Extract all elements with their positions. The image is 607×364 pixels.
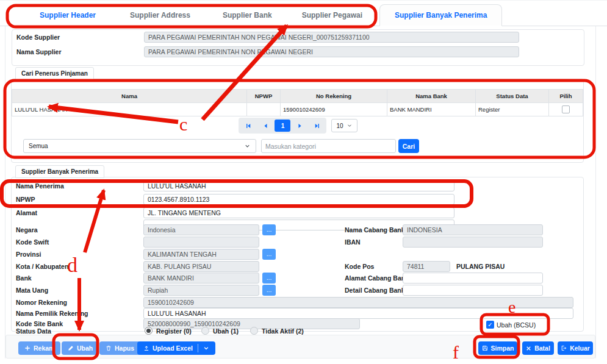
kota-kabupaten-label: Kota / Kabupaten: [16, 263, 68, 270]
cari-button[interactable]: Cari: [398, 139, 419, 153]
nama-pemilik-rekening-label: Nama Pemilik Rekening: [16, 310, 88, 317]
penerus-table: Nama NPWP No Rekening Nama Bank Status D…: [12, 89, 583, 116]
first-page-button[interactable]: [240, 120, 256, 132]
ubah-button[interactable]: Ubah: [62, 341, 99, 355]
iban-field: [403, 237, 543, 248]
button-divider: [198, 344, 198, 352]
exit-icon: [561, 345, 567, 351]
upload-excel-button[interactable]: Upload Excel: [137, 341, 215, 355]
status-tidak-aktif-label: Tidak Aktif (2): [262, 327, 304, 335]
col-header-nama-bank: Nama Bank: [387, 90, 476, 103]
cell-npwp: [247, 103, 281, 116]
last-page-icon: [314, 123, 320, 129]
nama-penerima-label: Nama Penerima: [16, 182, 64, 190]
tab-supplier-bank[interactable]: Supplier Bank: [212, 5, 283, 26]
chevron-down-icon: [244, 143, 251, 149]
nama-cabang-bank-field: [403, 224, 543, 235]
plus-icon: [24, 345, 31, 351]
pilih-checkbox[interactable]: [562, 105, 570, 113]
npwp-field[interactable]: [143, 194, 454, 205]
alamat-label: Alamat: [16, 209, 37, 216]
col-header-status-data: Status Data: [476, 90, 549, 103]
table-row: LULU'UL HASANAH 1590010242609 BANK MANDI…: [12, 103, 583, 116]
bank-label: Bank: [16, 274, 32, 282]
pagination: 1 10: [0, 118, 596, 134]
hapus-button-label: Hapus: [115, 344, 134, 352]
simpan-button-label: Simpan: [491, 344, 514, 352]
nomor-rekening-field: [143, 297, 573, 308]
first-page-icon: [245, 123, 252, 129]
upload-icon: [143, 345, 149, 351]
tab-supplier-header[interactable]: Supplier Header: [29, 5, 107, 26]
pager-group: 1: [239, 118, 326, 134]
status-ubah-radio[interactable]: [201, 327, 209, 335]
upload-excel-button-label: Upload Excel: [153, 344, 193, 352]
alamat-cabang-bank-field[interactable]: [403, 273, 543, 284]
search-filter-select[interactable]: Semua: [23, 139, 256, 153]
negara-lookup-button[interactable]: ...: [262, 224, 276, 235]
cari-penerus-pinjaman-legend: Cari Penerus Pinjaman: [15, 67, 94, 80]
detail-cabang-bank-label: Detail Cabang Bank: [345, 287, 405, 294]
bank-field: [143, 273, 259, 284]
tab-supplier-address[interactable]: Supplier Address: [119, 5, 201, 26]
alamat-field[interactable]: [143, 207, 454, 218]
current-page-button[interactable]: 1: [275, 120, 290, 132]
chevron-down-icon[interactable]: [203, 345, 209, 351]
provinsi-lookup-button[interactable]: ...: [262, 249, 276, 260]
rekam-button-label: Rekam: [34, 344, 54, 352]
kode-swift-label: Kode Swift: [16, 238, 49, 246]
mata-uang-label: Mata Uang: [16, 287, 48, 294]
ubah-button-label: Ubah: [77, 344, 93, 352]
cell-nama-bank: BANK MANDIRI: [387, 103, 476, 116]
negara-label: Negara: [16, 226, 38, 234]
rekam-button[interactable]: Rekam: [18, 341, 60, 355]
next-page-icon: [296, 123, 303, 129]
iban-label: IBAN: [345, 238, 361, 246]
nama-supplier-label: Nama Supplier: [16, 48, 62, 55]
tab-bar: Supplier Header Supplier Address Supplie…: [0, 0, 607, 26]
bank-lookup-button[interactable]: ...: [262, 273, 276, 284]
pencil-icon: [68, 345, 74, 351]
page-size-select[interactable]: 10: [331, 119, 357, 132]
last-page-button[interactable]: [309, 120, 325, 132]
kode-pos-label: Kode Pos: [345, 263, 374, 270]
save-icon: [482, 345, 488, 351]
keluar-button[interactable]: Keluar: [558, 341, 593, 355]
negara-field: [143, 224, 259, 235]
search-keyword-input[interactable]: [261, 139, 396, 153]
kode-pos-city-text: PULANG PISAU: [456, 263, 505, 270]
x-icon: [526, 346, 531, 351]
nomor-rekening-label: Nomor Rekening: [16, 299, 67, 306]
page-size-value: 10: [336, 123, 343, 129]
status-tidak-aktif-radio[interactable]: [250, 327, 258, 335]
provinsi-field: [143, 249, 259, 260]
status-ubah-label: Ubah (1): [213, 327, 239, 335]
keluar-button-label: Keluar: [570, 344, 590, 352]
nama-penerima-field[interactable]: [143, 180, 454, 191]
simpan-button[interactable]: Simpan: [478, 341, 517, 355]
prev-page-button[interactable]: [257, 120, 273, 132]
tab-supplier-banyak-penerima[interactable]: Supplier Banyak Penerima: [379, 4, 502, 26]
supplier-form-page: Supplier Header Supplier Address Supplie…: [0, 0, 607, 364]
col-header-no-rekening: No Rekening: [281, 90, 387, 103]
cell-status-data: Register: [476, 103, 549, 116]
batal-button[interactable]: Batal: [522, 341, 554, 355]
kode-pos-field: [403, 261, 450, 272]
supplier-banyak-penerima-legend: Supplier Banyak Penerima: [15, 165, 104, 178]
alamat-cabang-bank-label: Alamat Cabang Bank: [345, 274, 409, 282]
status-register-radio[interactable]: [145, 327, 153, 335]
search-filter-value: Semua: [29, 143, 48, 149]
hapus-button[interactable]: Hapus: [99, 341, 140, 355]
tab-supplier-pegawai[interactable]: Supplier Pegawai: [291, 5, 373, 26]
ubah-bcsu-checkbox[interactable]: ✓: [486, 321, 494, 329]
nama-pemilik-rekening-field[interactable]: [143, 308, 573, 319]
mata-uang-lookup-button[interactable]: ...: [262, 285, 276, 296]
col-header-pilih: Pilih: [549, 90, 583, 103]
detail-cabang-bank-field[interactable]: [403, 285, 543, 296]
batal-button-label: Batal: [534, 344, 550, 352]
chevron-down-icon: [347, 123, 353, 129]
next-page-button[interactable]: [292, 120, 307, 132]
kode-supplier-label: Kode Supplier: [16, 34, 60, 41]
kode-site-bank-label: Kode Site Bank: [16, 320, 63, 327]
prev-page-icon: [262, 123, 269, 129]
